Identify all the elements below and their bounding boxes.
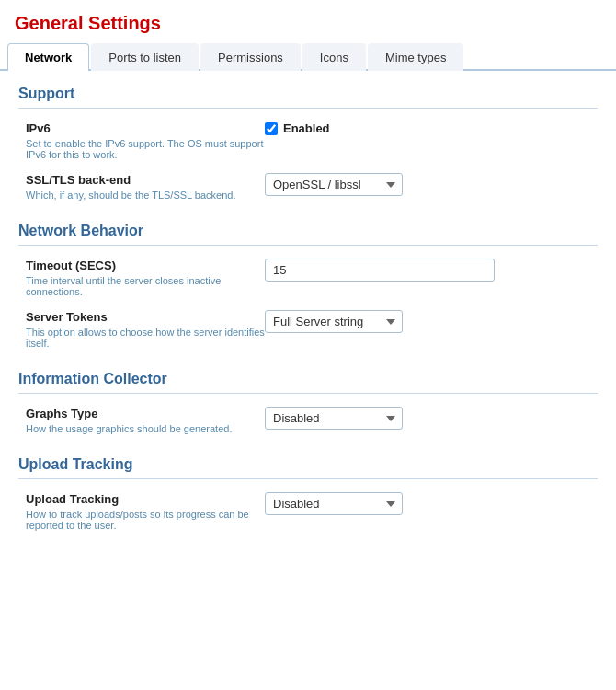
content-area: Support IPv6 Set to enable the IPv6 supp…: [0, 71, 616, 568]
section-support: Support IPv6 Set to enable the IPv6 supp…: [18, 86, 598, 201]
tab-mime[interactable]: Mime types: [368, 43, 463, 71]
ipv6-checkbox[interactable]: [265, 122, 278, 135]
tab-network[interactable]: Network: [7, 43, 89, 71]
upload-tracking-control: Disabled Enabled: [265, 492, 590, 515]
timeout-input[interactable]: [265, 259, 495, 282]
information-collector-title: Information Collector: [18, 371, 598, 387]
ssl-row: SSL/TLS back-end Which, if any, should b…: [18, 173, 598, 201]
ipv6-label-col: IPv6 Set to enable the IPv6 support. The…: [26, 121, 265, 160]
tab-permissions[interactable]: Permissions: [200, 43, 301, 71]
graphs-type-select[interactable]: Disabled RRDtool libGD: [265, 407, 403, 430]
upload-tracking-hint: How to track uploads/posts so its progre…: [26, 509, 265, 531]
timeout-row: Timeout (SECS) Time interval until the s…: [18, 259, 598, 297]
tabs-bar: Network Ports to listen Permissions Icon…: [0, 41, 616, 71]
server-tokens-label-col: Server Tokens This option allows to choo…: [26, 310, 265, 349]
timeout-label-col: Timeout (SECS) Time interval until the s…: [26, 259, 265, 297]
page-title: General Settings: [15, 13, 601, 34]
ssl-control: OpenSSL / libssl GnuTLS None: [265, 173, 590, 196]
ipv6-hint: Set to enable the IPv6 support. The OS m…: [26, 138, 265, 160]
ipv6-enabled-text: Enabled: [283, 121, 330, 135]
ssl-select[interactable]: OpenSSL / libssl GnuTLS None: [265, 173, 403, 196]
upload-tracking-row: Upload Tracking How to track uploads/pos…: [18, 492, 598, 531]
ipv6-label: IPv6: [26, 121, 265, 135]
server-tokens-hint: This option allows to choose how the ser…: [26, 327, 265, 349]
ssl-hint: Which, if any, should be the TLS/SSL bac…: [26, 190, 265, 201]
timeout-hint: Time interval until the server closes in…: [26, 275, 265, 297]
graphs-type-label-col: Graphs Type How the usage graphics shoul…: [26, 407, 265, 434]
server-tokens-row: Server Tokens This option allows to choo…: [18, 310, 598, 349]
server-tokens-select[interactable]: Full Server string Product only None: [265, 310, 403, 333]
server-tokens-control: Full Server string Product only None: [265, 310, 590, 333]
timeout-label: Timeout (SECS): [26, 259, 265, 272]
upload-tracking-section-title: Upload Tracking: [18, 456, 598, 473]
support-divider: [18, 108, 598, 109]
ipv6-checkbox-label[interactable]: Enabled: [265, 121, 330, 135]
page-header: General Settings: [0, 0, 616, 41]
ipv6-row: IPv6 Set to enable the IPv6 support. The…: [18, 121, 598, 160]
upload-tracking-divider: [18, 478, 598, 479]
upload-tracking-label-col: Upload Tracking How to track uploads/pos…: [26, 492, 265, 531]
tab-ports[interactable]: Ports to listen: [91, 43, 199, 71]
tab-icons[interactable]: Icons: [302, 43, 366, 71]
upload-tracking-label: Upload Tracking: [26, 492, 265, 506]
support-section-title: Support: [18, 86, 598, 102]
section-information-collector: Information Collector Graphs Type How th…: [18, 371, 598, 434]
graphs-type-label: Graphs Type: [26, 407, 265, 420]
server-tokens-label: Server Tokens: [26, 310, 265, 324]
section-network-behavior: Network Behavior Timeout (SECS) Time int…: [18, 223, 598, 349]
information-collector-divider: [18, 393, 598, 394]
timeout-control: [265, 259, 590, 282]
graphs-type-row: Graphs Type How the usage graphics shoul…: [18, 407, 598, 434]
upload-tracking-select[interactable]: Disabled Enabled: [265, 492, 403, 515]
ssl-label: SSL/TLS back-end: [26, 173, 265, 187]
network-behavior-title: Network Behavior: [18, 223, 598, 239]
graphs-type-control: Disabled RRDtool libGD: [265, 407, 590, 430]
graphs-type-hint: How the usage graphics should be generat…: [26, 423, 265, 434]
network-behavior-divider: [18, 245, 598, 246]
ssl-label-col: SSL/TLS back-end Which, if any, should b…: [26, 173, 265, 201]
ipv6-control: Enabled: [265, 121, 590, 135]
section-upload-tracking: Upload Tracking Upload Tracking How to t…: [18, 456, 598, 531]
